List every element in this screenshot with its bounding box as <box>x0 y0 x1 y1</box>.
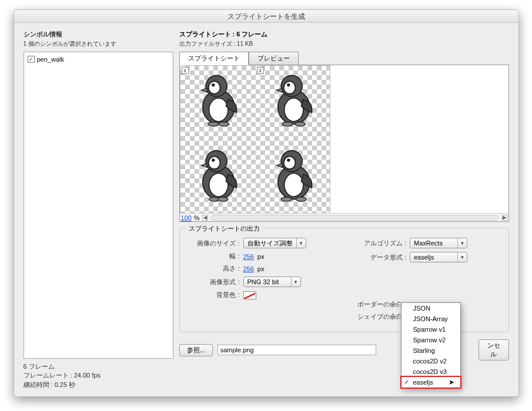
duration: 継続時間 : 0.25 秒 <box>24 380 173 389</box>
frame-count: 6 フレーム <box>24 362 173 371</box>
svg-point-7 <box>218 122 229 126</box>
image-size-select[interactable]: 自動サイズ調整▼ <box>243 238 306 248</box>
svg-point-14 <box>282 122 293 126</box>
algorithm-select[interactable]: MaxRects▼ <box>410 238 467 248</box>
svg-point-23 <box>218 197 228 201</box>
algorithm-label: アルゴリズム : <box>347 239 406 248</box>
svg-point-1 <box>209 98 227 122</box>
svg-point-17 <box>209 173 227 197</box>
sprite-frame <box>191 70 244 129</box>
dropdown-item-label: Starling <box>413 347 435 354</box>
svg-point-31 <box>296 197 306 201</box>
symbol-item[interactable]: ✓ pen_walk <box>26 55 170 64</box>
horizontal-scrollbar[interactable] <box>210 215 499 221</box>
dropdown-item-label: cocos2D v3 <box>413 368 447 375</box>
sprite-frame <box>266 70 319 129</box>
cancel-button[interactable]: ンセル <box>479 339 509 361</box>
svg-point-27 <box>283 156 295 169</box>
dialog-window: スプライトシートを生成 シンボル情報 1 個のシンボルが選択されています ✓ p… <box>14 9 519 397</box>
svg-marker-13 <box>277 88 282 92</box>
bg-color-swatch[interactable] <box>243 291 256 299</box>
symbol-list[interactable]: ✓ pen_walk <box>24 52 173 359</box>
svg-point-11 <box>283 81 295 94</box>
window-title: スプライトシートを生成 <box>14 10 518 23</box>
image-size-label: 画像のサイズ : <box>187 239 240 248</box>
shape-padding-label: シェイプの余白 : <box>347 312 406 321</box>
dropdown-item-label: Sparrow v1 <box>413 326 446 333</box>
scroll-left-icon[interactable]: ◀ <box>202 215 208 221</box>
symbol-info-label: シンボル情報 <box>24 30 173 39</box>
svg-marker-29 <box>277 163 282 167</box>
format-label: 画像形式 : <box>187 278 240 287</box>
image-format-select[interactable]: PNG 32 bit▼ <box>243 277 301 287</box>
dataformat-select[interactable]: easeljs▼ <box>410 252 467 262</box>
tab-spritesheet[interactable]: スプライトシート <box>179 52 249 65</box>
zoom-value[interactable]: 100 <box>181 214 192 221</box>
dropdown-item-label: JSON <box>413 305 430 312</box>
chevron-down-icon: ▼ <box>457 252 467 262</box>
bg-label: 背景色 : <box>187 291 240 299</box>
browse-button[interactable]: 参照... <box>179 344 213 356</box>
dropdown-item[interactable]: cocos2D v2 <box>401 356 460 366</box>
sprite-frame <box>191 145 244 204</box>
svg-point-30 <box>281 197 292 201</box>
width-value[interactable]: 256 <box>243 253 254 260</box>
dropdown-item-label: JSON-Array <box>413 315 448 322</box>
height-label: 高さ : <box>187 264 240 273</box>
zoom-percent: % <box>194 214 200 221</box>
filename-input[interactable] <box>218 345 376 355</box>
dropdown-item[interactable]: JSON <box>401 303 460 314</box>
frame-badge: 2 <box>257 67 264 74</box>
output-size-label: 出力ファイルサイズ : 11 KB <box>179 40 509 48</box>
dataformat-dropdown[interactable]: JSONJSON-ArraySparrow v1Sparrow v2Starli… <box>401 302 461 388</box>
dataformat-label: データ形式 : <box>347 253 406 262</box>
svg-marker-5 <box>202 88 207 92</box>
svg-point-28 <box>287 159 290 161</box>
chevron-down-icon: ▼ <box>291 277 300 287</box>
width-label: 幅 : <box>187 252 240 261</box>
tab-preview[interactable]: プレビュー <box>249 52 299 65</box>
svg-point-4 <box>212 83 215 86</box>
symbol-name: pen_walk <box>37 56 64 63</box>
svg-point-25 <box>284 173 303 197</box>
svg-point-6 <box>208 122 218 126</box>
sheet-frames-label: スプライトシート : 6 フレーム <box>179 30 509 39</box>
cursor-icon: ➤ <box>449 378 454 386</box>
preview-area: 2 2 <box>179 65 509 222</box>
svg-point-9 <box>284 98 303 122</box>
left-stats: 6 フレーム フレームレート : 24.00 fps 継続時間 : 0.25 秒 <box>24 362 173 389</box>
dropdown-item-label: Sparrow v2 <box>413 336 446 343</box>
svg-marker-21 <box>202 163 207 167</box>
border-padding-label: ボーダーの余白 : <box>347 300 406 309</box>
frame-badge: 2 <box>182 67 189 74</box>
chevron-down-icon: ▼ <box>457 238 467 248</box>
svg-point-20 <box>212 159 215 161</box>
symbol-selected-text: 1 個のシンボルが選択されています <box>24 40 173 48</box>
svg-point-12 <box>287 83 290 86</box>
check-icon: ✓ <box>404 379 409 385</box>
dropdown-item[interactable]: JSON-Array <box>401 314 460 324</box>
dropdown-item-label: easeljs <box>413 379 433 386</box>
height-value[interactable]: 256 <box>243 265 254 272</box>
dropdown-item[interactable]: Starling <box>401 345 460 356</box>
svg-point-19 <box>208 156 220 169</box>
sprite-frame <box>266 145 319 204</box>
output-group-title: スプライトシートの出力 <box>186 224 263 233</box>
chevron-down-icon: ▼ <box>296 238 306 248</box>
scroll-right-icon[interactable]: ▶ <box>501 215 507 221</box>
dropdown-item[interactable]: ✓➤easeljs <box>401 377 460 388</box>
dropdown-item[interactable]: Sparrow v1 <box>401 324 460 335</box>
dropdown-item[interactable]: cocos2D v3 <box>401 366 460 377</box>
dropdown-item-label: cocos2D v2 <box>413 358 447 365</box>
dropdown-item[interactable]: Sparrow v2 <box>401 335 460 345</box>
framerate: フレームレート : 24.00 fps <box>24 371 173 380</box>
svg-point-3 <box>208 81 220 94</box>
svg-point-15 <box>295 122 305 126</box>
checkbox-icon[interactable]: ✓ <box>28 56 35 63</box>
